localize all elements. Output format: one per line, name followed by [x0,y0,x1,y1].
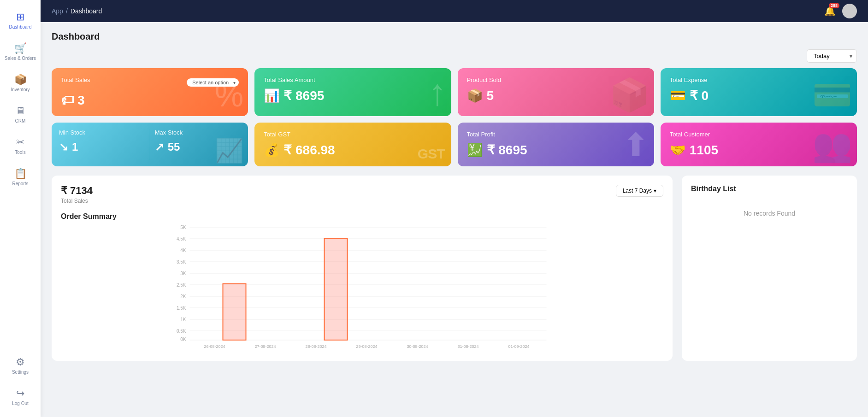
sidebar-label-reports: Reports [12,181,28,186]
settings-icon: ⚙ [16,356,25,368]
card-total-expense: Total Expense 💳 ₹ 0 💳 [661,68,857,116]
sidebar-label-logout: Log Out [12,401,29,406]
sales-orders-icon: 🛒 [14,42,27,54]
birthday-card: Birthday List No records Found [682,176,857,361]
card-product-sold-bg-icon: 📦 [609,76,650,114]
card-min-max-stock: Min Stock ↘ 1 Max Stock ↗ 55 [52,123,248,166]
min-stock-icon: ↘ [59,141,68,153]
svg-text:27-08-2024: 27-08-2024 [254,344,276,349]
order-summary-card: ₹ 7134 Total Sales Last 7 Days ▾ Order S… [52,176,673,361]
card-total-sales-title: Total Sales [61,76,90,83]
card-customer-bg-icon: 👥 [812,126,852,164]
chart-icon: 📊 [264,88,280,103]
expense-number: ₹ 0 [690,88,709,103]
bar-27-08-2024 [223,284,246,340]
sidebar-label-inventory: Inventory [11,87,30,92]
order-total-value: ₹ 7134 [61,185,93,197]
card-total-sales-value: 🏷 3 [61,93,239,108]
period-button[interactable]: Last 7 Days ▾ [616,185,663,197]
card-sales-amount-bg-icon: ↑ [428,71,447,114]
sidebar-label-settings: Settings [12,370,29,375]
sidebar-label-crm: CRM [15,118,26,123]
chart-svg: 5K 4.5K 4K 3.5K 3K 2.5K 2K 1.5K 1K 0.5K … [61,223,663,352]
birthday-title: Birthday List [691,185,848,193]
card-total-sales-amount-value: 📊 ₹ 8695 [264,88,442,103]
product-icon: 📦 [467,88,483,103]
main-content: App / Dashboard 🔔 288 Dashboard Today Ye… [41,0,868,417]
filter-row: Today Yesterday This Week This Month [52,49,857,63]
expense-icon: 💳 [670,88,686,103]
min-max-divider [150,129,150,160]
sidebar-label-dashboard: Dashboard [9,24,32,29]
sidebar-item-logout[interactable]: ↪ Log Out [0,382,41,411]
sales-number: 3 [77,93,85,108]
inventory-icon: 📦 [14,74,27,86]
card-total-sales-amount-title: Total Sales Amount [264,76,442,83]
card-total-sales-header: Total Sales Select an option [61,76,239,88]
card-total-gst-value: 💰 ₹ 686.98 [264,142,442,158]
breadcrumb-parent: App [52,7,63,15]
card-product-sold: Product Sold 📦 5 📦 [458,68,654,116]
page-title: Dashboard [52,31,857,42]
sales-amount-number: ₹ 8695 [283,88,324,103]
card-total-sales: Total Sales Select an option 🏷 3 % [52,68,248,116]
no-records-text: No records Found [691,200,848,226]
card-gst-bg-icon: GST [418,146,445,162]
gst-number: ₹ 686.98 [283,142,335,158]
svg-text:0.5K: 0.5K [177,329,186,334]
bottom-cards-grid: Min Stock ↘ 1 Max Stock ↗ 55 [52,123,857,166]
notifications-button[interactable]: 🔔 288 [824,6,836,17]
date-filter-select[interactable]: Today Yesterday This Week This Month [807,49,857,63]
dashboard-icon: ⊞ [16,11,24,23]
svg-text:01-09-2024: 01-09-2024 [508,344,529,349]
sidebar-item-sales-orders[interactable]: 🛒 Sales & Orders [0,37,41,66]
min-stock-section: Min Stock ↘ 1 [59,129,145,160]
svg-text:4K: 4K [180,248,186,253]
top-cards-grid: Total Sales Select an option 🏷 3 % Total… [52,68,857,116]
sidebar-label-sales-orders: Sales & Orders [5,56,36,61]
card-total-gst: Total GST 💰 ₹ 686.98 GST [254,123,451,166]
minmax-bg-icon: 📈 [215,137,243,164]
sidebar-item-tools[interactable]: ✂ Tools [0,131,41,160]
crm-icon: 🖥 [15,105,25,117]
card-total-customer: Total Customer 🤝 1105 👥 [661,123,857,166]
svg-text:3.5K: 3.5K [177,259,186,264]
sidebar-item-reports[interactable]: 📋 Reports [0,162,41,192]
reports-icon: 📋 [14,168,27,180]
min-stock-title: Min Stock [59,129,145,136]
svg-text:2K: 2K [180,294,186,299]
order-summary-header: ₹ 7134 Total Sales [61,185,93,210]
customer-icon: 🤝 [670,142,686,158]
max-stock-number: 55 [168,141,180,153]
sidebar-label-tools: Tools [15,150,25,155]
svg-text:31-08-2024: 31-08-2024 [457,344,478,349]
svg-text:3K: 3K [180,271,186,276]
min-stock-value: ↘ 1 [59,141,145,153]
topnav: App / Dashboard 🔔 288 [41,0,868,22]
order-summary-title: Order Summary [61,212,663,221]
sidebar-item-crm[interactable]: 🖥 CRM [0,100,41,129]
svg-text:30-08-2024: 30-08-2024 [407,344,428,349]
tools-icon: ✂ [16,136,24,148]
card-total-profit: Total Profit 💹 ₹ 8695 ⬆ [458,123,654,166]
bottom-section: ₹ 7134 Total Sales Last 7 Days ▾ Order S… [52,176,857,361]
min-stock-number: 1 [72,141,78,153]
card-profit-bg-icon: ⬆ [622,126,650,164]
card-total-sales-bg-icon: % [215,77,243,114]
sidebar-item-settings[interactable]: ⚙ Settings [0,351,41,380]
profit-icon: 💹 [467,142,483,158]
bar-29-08-2024 [325,238,348,340]
sidebar-item-dashboard[interactable]: ⊞ Dashboard [0,6,41,35]
svg-text:0K: 0K [180,337,186,342]
card-total-sales-amount: Total Sales Amount 📊 ₹ 8695 ↑ [254,68,451,116]
card-total-profit-value: 💹 ₹ 8695 [467,142,645,158]
max-stock-icon: ↗ [155,141,164,153]
avatar[interactable] [842,4,857,18]
sidebar-item-inventory[interactable]: 📦 Inventory [0,68,41,98]
breadcrumb-current: Dashboard [71,7,102,15]
product-sold-number: 5 [487,88,494,103]
svg-text:1.5K: 1.5K [177,305,186,311]
card-total-gst-title: Total GST [264,131,442,138]
customer-number: 1105 [690,143,718,158]
sidebar: ⊞ Dashboard 🛒 Sales & Orders 📦 Inventory… [0,0,41,417]
